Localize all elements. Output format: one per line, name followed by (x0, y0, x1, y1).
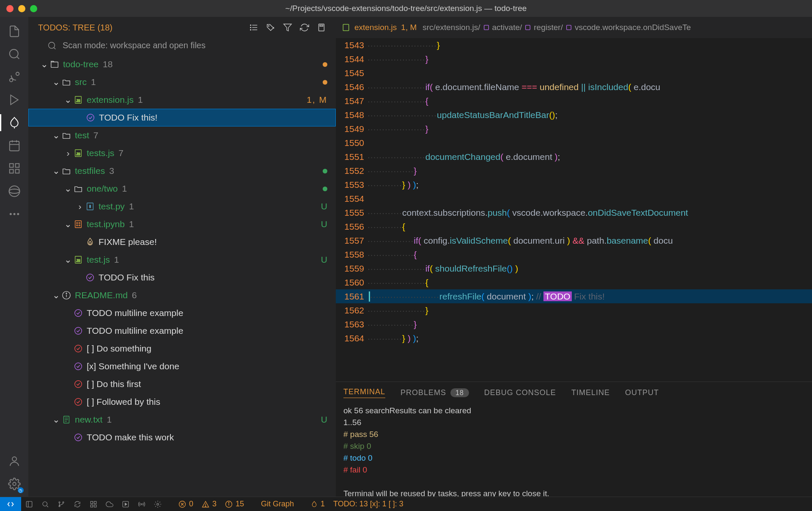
account-icon[interactable] (6, 453, 23, 470)
tree-row[interactable]: TODO multiline example (28, 322, 336, 340)
status-run-icon[interactable] (118, 500, 134, 508)
tree-row[interactable]: ⌄todo-tree18 (28, 55, 336, 73)
code-line[interactable]: 1562····················} (336, 303, 812, 317)
tree-row[interactable]: FIXME please! (28, 233, 336, 251)
status-gear-icon[interactable] (150, 500, 166, 508)
crumb[interactable]: activate/ (483, 23, 522, 32)
tag-icon[interactable] (266, 23, 275, 32)
tree-row[interactable]: ⌄JStest.js1U (28, 251, 336, 269)
code-line[interactable]: 1558················{ (336, 247, 812, 261)
code-line[interactable]: 1547····················{ (336, 94, 812, 108)
tree-row[interactable]: ⌄README.md6 (28, 286, 336, 304)
svg-point-23 (250, 25, 251, 26)
code-line[interactable]: 1543························} (336, 38, 812, 52)
tree-row[interactable]: [ ] Do something (28, 340, 336, 357)
code-line[interactable]: 1563················} (336, 317, 812, 331)
tree-row[interactable]: ⌄test7 (28, 126, 336, 144)
code-line[interactable]: 1546····················if( e.document.f… (336, 80, 812, 94)
tree-row[interactable]: [x] Something I've done (28, 357, 336, 375)
code-line[interactable]: 1551····················documentChanged(… (336, 150, 812, 164)
close-dot[interactable] (6, 5, 14, 12)
code-view[interactable]: 1543························}1544·······… (336, 38, 812, 382)
tree-row[interactable]: ⌄test.ipynb1U (28, 215, 336, 233)
code-line[interactable]: 1561························refreshFile(… (336, 289, 812, 303)
terminal[interactable]: ok 56 searchResults can be cleared1..56#… (336, 403, 812, 497)
min-dot[interactable] (18, 5, 25, 12)
tree-row[interactable]: TODO Fix this! (28, 109, 336, 126)
crumb[interactable]: vscode.workspace.onDidSaveTe (565, 23, 691, 32)
code-line[interactable]: 1545 (336, 66, 812, 80)
tree-row[interactable]: ⌄one/two1 (28, 180, 336, 198)
term-line: # pass 56 (343, 429, 804, 440)
status-branch-icon[interactable] (53, 500, 69, 508)
tree-row[interactable]: TODO Fix this (28, 269, 336, 286)
tree-row[interactable]: [ ] Followed by this (28, 393, 336, 411)
scan-mode[interactable]: Scan mode: workspace and open files (28, 38, 336, 55)
svg-point-45 (87, 274, 94, 281)
tree-row[interactable]: TODO multiline example (28, 304, 336, 322)
todo-tree-icon[interactable] (6, 114, 23, 131)
status-cloud-icon[interactable] (102, 500, 118, 508)
tree-row[interactable]: ⌄JSextension.js11, M (28, 91, 336, 109)
status-warnings[interactable]: 3 (198, 500, 221, 508)
tab-timeline[interactable]: TIMELINE (571, 388, 610, 397)
code-line[interactable]: 1550 (336, 136, 812, 150)
sidebar: TODOS: TREE (18) Scan mode: workspace an… (28, 17, 336, 497)
filter-icon[interactable] (283, 23, 292, 32)
status-broadcast-icon[interactable] (134, 500, 150, 508)
panel: TERMINAL PROBLEMS18 DEBUG CONSOLE TIMELI… (336, 382, 812, 497)
explorer-icon[interactable] (6, 23, 23, 40)
code-line[interactable]: 1553············} ) ); (336, 178, 812, 192)
status-gitgraph[interactable]: Git Graph (257, 500, 298, 508)
tab-terminal[interactable]: TERMINAL (343, 387, 385, 398)
tree-row[interactable]: [ ] Do this first (28, 375, 336, 393)
tree-row[interactable]: ⌄new.txt1U (28, 411, 336, 429)
status-search-icon[interactable] (37, 500, 53, 508)
tree-row[interactable]: ⌄src1 (28, 73, 336, 91)
sphere-icon[interactable] (6, 183, 23, 200)
code-line[interactable]: 1549····················} (336, 122, 812, 136)
run-debug-icon[interactable] (6, 91, 23, 108)
problems-label: PROBLEMS (401, 388, 446, 397)
code-line[interactable]: 1544····················} (336, 52, 812, 66)
status-layout-icon[interactable] (21, 500, 37, 508)
code-line[interactable]: 1555············context.subscriptions.pu… (336, 206, 812, 220)
search-icon[interactable] (6, 46, 23, 63)
max-dot[interactable] (30, 5, 37, 12)
tab-output[interactable]: OUTPUT (625, 388, 659, 397)
status-errors[interactable]: 0 (174, 500, 198, 508)
status-info[interactable]: 15 (221, 500, 248, 508)
tree-row[interactable]: TODO make this work (28, 429, 336, 446)
status-todo-summary[interactable]: TODO: 13 [x]: 1 [ ]: 3 (329, 500, 408, 508)
tree-row[interactable]: ›test.py1U (28, 198, 336, 215)
crumb[interactable]: src/extension.js/ (422, 23, 480, 32)
code-line[interactable]: 1560····················{ (336, 275, 812, 289)
settings-icon[interactable]: ◷ (6, 475, 23, 492)
code-line[interactable]: 1559····················if( shouldRefres… (336, 261, 812, 275)
status-sync-icon[interactable] (69, 500, 85, 508)
tab-extension-js[interactable]: extension.js 1, M (342, 23, 417, 32)
extensions-icon[interactable] (6, 160, 23, 177)
code-line[interactable]: 1548························updateStatus… (336, 108, 812, 122)
svg-point-25 (250, 30, 251, 30)
crumb[interactable]: register/ (524, 23, 563, 32)
remote-icon[interactable] (0, 497, 21, 511)
tree-row[interactable]: ⌄testfiles3 (28, 162, 336, 180)
list-icon[interactable] (249, 23, 258, 32)
code-line[interactable]: 1554 (336, 192, 812, 206)
tab-debug-console[interactable]: DEBUG CONSOLE (484, 388, 556, 397)
code-line[interactable]: 1564············} ) ); (336, 331, 812, 345)
code-line[interactable]: 1552················} (336, 164, 812, 178)
status-grid-icon[interactable] (85, 500, 102, 508)
code-line[interactable]: 1556············{ (336, 220, 812, 234)
calendar-icon[interactable] (6, 137, 23, 154)
breadcrumb[interactable]: src/extension.js/activate/register/vscod… (422, 23, 691, 32)
tree-row[interactable]: ›JStests.js7 (28, 144, 336, 162)
more-icon[interactable] (6, 206, 23, 223)
export-icon[interactable] (317, 23, 326, 32)
code-line[interactable]: 1557················if( config.isValidSc… (336, 234, 812, 247)
source-control-icon[interactable] (6, 69, 23, 85)
refresh-icon[interactable] (300, 23, 309, 32)
status-flame[interactable]: 1 (307, 500, 329, 508)
tab-problems[interactable]: PROBLEMS18 (401, 388, 469, 397)
